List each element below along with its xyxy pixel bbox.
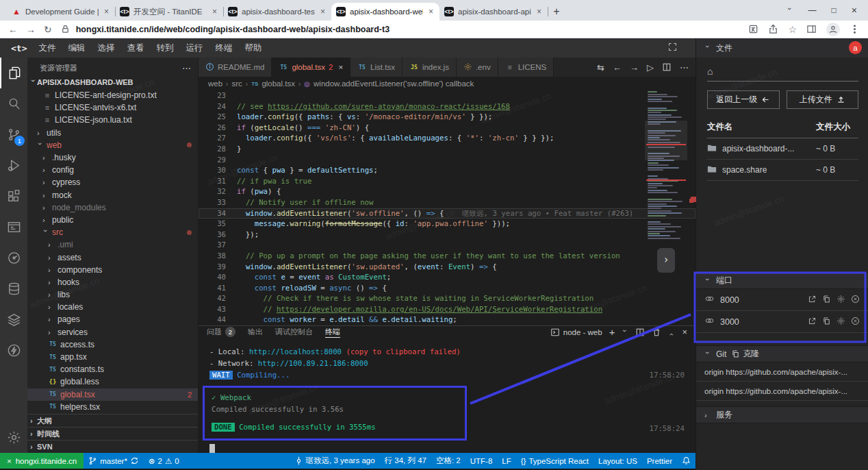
tree-item[interactable]: TSapp.tsx [27, 351, 198, 363]
tab-close-icon[interactable]: × [535, 7, 543, 16]
cursor-position[interactable]: 行 34, 列 47 [380, 456, 431, 466]
tree-item[interactable]: {}global.less [27, 375, 198, 388]
source-control-icon[interactable]: 1 [0, 119, 27, 150]
gear-icon[interactable] [837, 317, 845, 327]
settings-gear-icon[interactable] [0, 422, 27, 453]
menu-item[interactable]: 运行 [179, 42, 209, 54]
git-section-header[interactable]: › Git 克隆 [696, 345, 868, 362]
close-circle-icon[interactable] [851, 295, 860, 306]
tree-item[interactable]: ›services [27, 326, 198, 338]
home-icon[interactable]: ⌂ [696, 58, 868, 77]
minimize-icon[interactable]: — [808, 5, 817, 15]
editor-tab[interactable]: TSList.tsx [350, 58, 403, 77]
tree-item[interactable]: ≡LICENSE-antvis-x6.txt [27, 101, 198, 114]
tab-problems[interactable]: 问题2 [207, 326, 235, 338]
layers-icon[interactable] [0, 304, 27, 335]
tree-item[interactable]: ›locales [27, 301, 198, 313]
close-icon[interactable]: × [852, 5, 857, 16]
compare-changes-icon[interactable]: ⇆ [597, 62, 604, 73]
tree-item[interactable]: ›public [27, 214, 198, 226]
user-badge[interactable]: a [849, 41, 862, 54]
fullscreen-icon[interactable] [667, 42, 678, 54]
clone-button[interactable]: 克隆 [731, 348, 759, 360]
open-external-icon[interactable] [808, 317, 817, 327]
navigate-forward-icon[interactable]: → [630, 62, 639, 73]
tree-item[interactable]: ›mock [27, 189, 198, 201]
tree-item[interactable]: TSglobal.tsx2 [27, 388, 198, 401]
sync-icon[interactable] [130, 456, 139, 465]
tab-close-icon[interactable]: × [319, 7, 327, 16]
svn-section[interactable]: ›SVN [27, 440, 198, 453]
side-panel-icon[interactable] [806, 24, 817, 34]
menu-item[interactable]: 文件 [32, 42, 62, 54]
outline-section[interactable]: ›大纲 [27, 414, 198, 427]
tree-item[interactable]: ›web [27, 139, 198, 151]
workspace-root[interactable]: › APISIX-DASHBOARD-WEB [27, 75, 198, 89]
editor-tab[interactable]: .env [457, 58, 498, 77]
preview-panel-icon[interactable] [0, 212, 27, 243]
tab-close-icon[interactable]: × [211, 7, 218, 16]
tree-item[interactable]: ›src [27, 226, 198, 238]
extensions-icon[interactable] [0, 181, 27, 212]
editor-tab[interactable]: README.md [199, 58, 272, 77]
notifications-bell-icon[interactable] [677, 456, 695, 465]
chevron-down-icon[interactable]: › [786, 8, 794, 14]
bookmark-star-icon[interactable]: ☆ [788, 24, 797, 35]
maximize-panel-icon[interactable]: › [667, 329, 675, 336]
browser-tab[interactable]: <t>apisix-dashboard-test - TitanID× [223, 3, 331, 21]
tab-close-icon[interactable]: × [427, 7, 435, 16]
split-terminal-icon[interactable] [635, 327, 645, 337]
problems-indicator[interactable]: ⊗2 ⚠0 [144, 456, 184, 466]
navigate-back-icon[interactable]: ← [613, 62, 622, 73]
tree-item[interactable]: ›.husky [27, 151, 198, 164]
reload-icon[interactable]: ↻ [44, 25, 52, 34]
tree-item[interactable]: ≡LICENSE-json.lua.txt [27, 114, 198, 126]
ports-section-header[interactable]: › 端口 [696, 272, 868, 289]
new-terminal-icon[interactable]: + [609, 326, 615, 338]
back-icon[interactable]: ← [8, 25, 18, 34]
chevron-down-icon[interactable]: › [622, 330, 630, 336]
encoding[interactable]: UTF-8 [465, 457, 498, 465]
file-row[interactable]: apisix-dashboard-...~ 0 B [707, 138, 858, 160]
tree-item[interactable]: ›components [27, 264, 198, 276]
keyboard-layout[interactable]: Layout: US [593, 457, 642, 465]
panel-expand-button[interactable]: › [657, 248, 675, 273]
timeline-section[interactable]: ›时间线 [27, 427, 198, 440]
code-editor[interactable]: 2324// see https://github.com/suren-atoy… [199, 90, 695, 325]
port-row[interactable]: 8000 [696, 289, 868, 311]
database-icon[interactable] [0, 273, 27, 304]
more-actions-icon[interactable]: ⋯ [680, 62, 689, 73]
browser-tab[interactable]: <t>apisix-dashboard-web - TitanI× [331, 3, 439, 21]
browser-tab[interactable]: <t>apisix-dashboard-api - TitanID× [439, 3, 548, 21]
tab-close-icon[interactable]: × [338, 63, 343, 71]
menu-item[interactable]: 终端 [209, 42, 238, 54]
tree-item[interactable]: ›hooks [27, 276, 198, 288]
tree-item[interactable]: ›assets [27, 251, 198, 263]
remote-indicator[interactable]: × hongxi.titanide.cn [0, 453, 84, 469]
browser-tab[interactable]: ▲Development Guide | Apache× [7, 3, 115, 21]
services-section-header[interactable]: › 服务 [696, 406, 868, 423]
git-remote-row[interactable]: origin https://github.com/apache/apisix-… [696, 382, 868, 401]
tree-item[interactable]: ›cypress [27, 176, 198, 188]
run-file-icon[interactable]: ▷ [647, 62, 654, 73]
search-icon[interactable] [0, 88, 27, 119]
port-row[interactable]: 3000 [696, 311, 868, 333]
file-row[interactable]: space.share~ 0 B [707, 160, 858, 181]
share-icon[interactable] [768, 24, 778, 34]
editor-tab[interactable]: JSindex.js [403, 58, 457, 77]
indentation[interactable]: 空格: 2 [431, 456, 465, 466]
tree-item[interactable]: ›.umi [27, 238, 198, 251]
kill-terminal-icon[interactable] [652, 327, 661, 337]
tree-item[interactable]: TSconstants.ts [27, 363, 198, 375]
tree-item[interactable]: TSaccess.ts [27, 338, 198, 351]
more-actions-icon[interactable]: ⋯ [182, 63, 191, 73]
terminal-output[interactable]: - Local: http://localhost:8000 (copy to … [199, 338, 695, 456]
new-tab-button[interactable]: + [548, 3, 565, 21]
tree-item[interactable]: ›node_modules [27, 201, 198, 214]
close-panel-icon[interactable]: × [682, 327, 687, 337]
gear-icon[interactable] [837, 295, 845, 306]
go-up-button[interactable]: 返回上一级 [707, 90, 780, 109]
minimap-slider[interactable] [645, 121, 687, 160]
tree-item[interactable]: ›utils [27, 127, 198, 139]
formatter[interactable]: Prettier [642, 457, 677, 465]
